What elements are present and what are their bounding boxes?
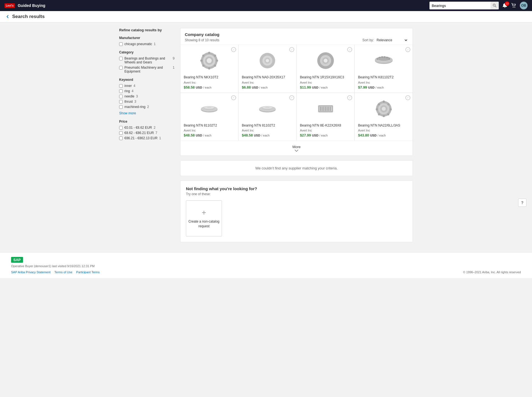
show-more-button[interactable]: Show more — [119, 111, 136, 115]
sap-logo: SAP — [11, 257, 23, 263]
product-supplier-3: Avert Inc — [300, 81, 351, 84]
product-supplier-2: Avert Inc — [242, 81, 293, 84]
product-price-4: $7.99 USD / each — [358, 85, 409, 89]
filter-keyword-checkbox-4[interactable] — [119, 100, 123, 104]
svg-rect-50 — [327, 107, 328, 111]
product-card-2[interactable]: ✓ Bearing NTN NA0-20X35X17 Avert Inc $6.… — [239, 45, 296, 93]
sort-select[interactable]: Relevance Price: Low to High Price: High… — [375, 38, 408, 42]
filter-category-item-1[interactable]: Bearings and Bushings and Wheels and Gea… — [119, 56, 175, 64]
more-button[interactable]: More — [292, 145, 301, 152]
product-price-8: $43.80 USD / each — [358, 133, 409, 137]
svg-point-0 — [493, 4, 495, 6]
footer-link-privacy[interactable]: SAP Ariba Privacy Statement — [11, 270, 50, 274]
help-button[interactable]: ? — [518, 198, 526, 207]
back-button[interactable] — [6, 14, 10, 19]
product-currency-1: USD — [196, 86, 202, 89]
product-name-7: Bearing NTN 8E-K22X26X8 — [300, 123, 351, 128]
sort-row: Sort by: Relevance Price: Low to High Pr… — [362, 38, 408, 42]
filter-keyword-label-5: machined-ring — [124, 105, 145, 109]
filter-keyword-item-4[interactable]: thrust 3 — [119, 100, 175, 104]
footer: SAP Operative Buyer (demouser1) last vis… — [0, 252, 532, 278]
select-check-8[interactable]: ✓ — [405, 95, 410, 100]
svg-point-14 — [200, 60, 203, 62]
filter-keyword-item-5[interactable]: machined-ring 2 — [119, 105, 175, 109]
sort-label: Sort by: — [362, 38, 374, 42]
select-check-7[interactable]: ✓ — [347, 95, 352, 100]
filter-keyword-label-4: thrust — [124, 100, 133, 104]
product-supplier-4: Avert Inc — [358, 81, 409, 84]
select-check-3[interactable]: ✓ — [347, 47, 352, 52]
notifications-button[interactable]: 13 — [502, 3, 508, 8]
select-check-5[interactable]: ✓ — [231, 95, 236, 100]
filter-price-label-2: €8.62 - €86.21 EUR — [124, 131, 154, 135]
filter-price-item-1[interactable]: €0.01 - €8.62 EUR 2 — [119, 126, 175, 130]
product-image-4 — [358, 48, 409, 73]
svg-point-64 — [378, 103, 380, 105]
filter-keyword-item-1[interactable]: inner 4 — [119, 84, 175, 88]
not-finding-panel: Not finding what you're looking for? Try… — [180, 181, 413, 242]
filter-keyword-checkbox-1[interactable] — [119, 84, 123, 88]
svg-rect-49 — [325, 107, 326, 111]
filter-price-title: Price — [119, 120, 175, 123]
not-finding-subtitle: Try one of these: — [186, 192, 407, 196]
cart-button[interactable] — [511, 3, 516, 8]
no-supplier-text: We couldn't find any supplier matching y… — [255, 166, 337, 170]
filter-price-checkbox-3[interactable] — [119, 136, 123, 140]
product-name-8: Bearing NTN NA22/6LL/3AS — [358, 123, 409, 128]
svg-point-56 — [382, 107, 386, 111]
search-button[interactable] — [490, 2, 499, 9]
back-arrow-icon — [6, 14, 10, 19]
filter-category-label-2: Pneumatic Machinery and Equipment — [124, 66, 171, 73]
cart-icon — [511, 3, 516, 8]
filter-price: Price €0.01 - €8.62 EUR 2 €8.62 - €86.21… — [119, 120, 175, 140]
product-card-8[interactable]: ✓ — [355, 93, 413, 141]
svg-point-23 — [324, 59, 328, 63]
product-price-7: $27.99 USD / each — [300, 133, 351, 137]
footer-link-participant[interactable]: Participant Terms — [76, 270, 100, 274]
filter-price-checkbox-1[interactable] — [119, 126, 123, 130]
select-check-4[interactable]: ✓ — [405, 47, 410, 52]
product-card-5[interactable]: ✓ Bearing NTN 81102T2 Avert Inc $4 — [180, 93, 238, 141]
product-name-3: Bearing NTN 1R15X19X16C3 — [300, 75, 351, 80]
filter-category-checkbox-2[interactable] — [119, 66, 123, 69]
svg-rect-52 — [330, 107, 331, 111]
avatar[interactable]: OB — [520, 2, 528, 9]
filter-keyword-item-2[interactable]: ring 4 — [119, 89, 175, 93]
filter-category-checkbox-1[interactable] — [119, 57, 123, 60]
svg-point-62 — [378, 113, 380, 115]
filter-manufacturer-item-1[interactable]: chicago pneumatic 1 — [119, 42, 175, 46]
select-check-2[interactable]: ✓ — [289, 47, 294, 52]
filter-price-count-3: 1 — [159, 136, 161, 140]
product-name-2: Bearing NTN NA0-20X35X17 — [242, 75, 293, 80]
filter-price-checkbox-2[interactable] — [119, 131, 123, 135]
product-card-7[interactable]: ✓ — [297, 93, 355, 141]
filter-price-item-2[interactable]: €8.62 - €86.21 EUR 7 — [119, 131, 175, 135]
footer-link-terms[interactable]: Terms of Use — [54, 270, 72, 274]
filter-keyword-checkbox-3[interactable] — [119, 95, 123, 98]
product-supplier-7: Avert Inc — [300, 129, 351, 132]
filter-category-item-2[interactable]: Pneumatic Machinery and Equipment 1 — [119, 66, 175, 73]
select-check-1[interactable]: ✓ — [231, 47, 236, 52]
filter-keyword-checkbox-5[interactable] — [119, 105, 123, 109]
product-card-6[interactable]: ✓ Bearing NTN 81102T2 Avert Inc $4 — [239, 93, 296, 141]
product-card-3[interactable]: ✓ Bearing NTN 1R15X19X16C3 Avert Inc $11… — [297, 45, 355, 93]
product-card-1[interactable]: ✓ — [180, 45, 238, 93]
filter-category-title: Category — [119, 50, 175, 54]
svg-point-10 — [216, 60, 218, 62]
filter-manufacturer-checkbox-1[interactable] — [119, 42, 123, 46]
filter-keyword-item-3[interactable]: needle 3 — [119, 94, 175, 98]
filter-price-label-3: €86.21 - €862.13 EUR — [124, 136, 157, 140]
no-supplier-panel: We couldn't find any supplier matching y… — [180, 160, 413, 176]
search-input[interactable] — [429, 2, 490, 9]
non-catalog-label: Create a non-catalog request — [186, 219, 222, 229]
product-card-4[interactable]: ✓ — [355, 45, 413, 93]
footer-left: SAP Operative Buyer (demouser1) last vis… — [11, 257, 100, 274]
search-bar[interactable] — [429, 2, 499, 9]
select-check-6[interactable]: ✓ — [289, 95, 294, 100]
filter-price-item-3[interactable]: €86.21 - €862.13 EUR 1 — [119, 136, 175, 140]
svg-point-31 — [384, 56, 385, 58]
filter-keyword-checkbox-2[interactable] — [119, 89, 123, 93]
bearing-svg-2 — [258, 51, 277, 70]
non-catalog-card[interactable]: + Create a non-catalog request — [186, 200, 222, 236]
product-name-4: Bearing NTN K81102T2 — [358, 75, 409, 80]
